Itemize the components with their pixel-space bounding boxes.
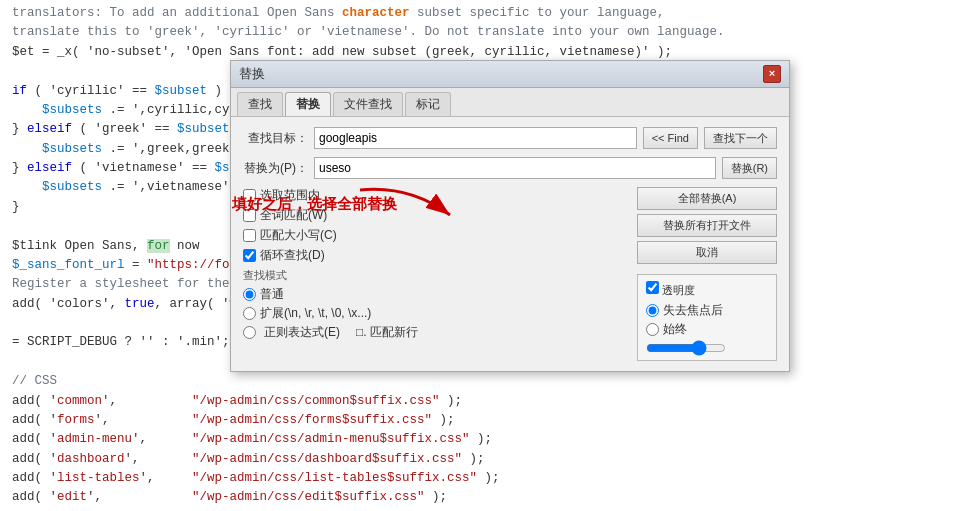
tab-find-in-files[interactable]: 文件查找 — [333, 92, 403, 116]
checkbox-range-label: 选取范围内 — [260, 187, 320, 204]
radio-blur-label: 失去焦点后 — [663, 302, 723, 319]
tab-mark[interactable]: 标记 — [405, 92, 451, 116]
code-line: // CSS — [8, 372, 954, 391]
radio-always-row: 始终 — [646, 321, 768, 338]
tab-find[interactable]: 查找 — [237, 92, 283, 116]
find-label: 查找目标： — [243, 130, 308, 147]
radio-normal[interactable] — [243, 288, 256, 301]
search-mode-label: 查找模式 — [243, 268, 627, 283]
transparency-label: 透明度 — [662, 284, 695, 296]
code-line: add( 'common', "/wp-admin/css/common$suf… — [8, 392, 954, 411]
checkbox-loop-row: 循环查找(D) — [243, 247, 627, 264]
code-line: add( 'forms', "/wp-admin/css/forms$suffi… — [8, 411, 954, 430]
transparency-checkbox[interactable] — [646, 281, 659, 294]
code-line: add( 'list-tables', "/wp-admin/css/list-… — [8, 469, 954, 488]
checkbox-loop-label: 循环查找(D) — [260, 247, 325, 264]
radio-always-label: 始终 — [663, 321, 687, 338]
radio-blur[interactable] — [646, 304, 659, 317]
replace-dialog: 替换 × 查找 替换 文件查找 标记 查找目标： << Find 查找下一个 替… — [230, 60, 790, 372]
replace-row: 替换为(P)： 替换(R) — [243, 157, 777, 179]
find-row: 查找目标： << Find 查找下一个 — [243, 127, 777, 149]
radio-normal-row: 普通 — [243, 286, 627, 303]
dialog-body: 查找目标： << Find 查找下一个 替换为(P)： 替换(R) 选取范围内 — [231, 117, 789, 371]
dialog-title: 替换 — [239, 65, 265, 83]
radio-always[interactable] — [646, 323, 659, 336]
radio-extended[interactable] — [243, 307, 256, 320]
tab-replace[interactable]: 替换 — [285, 92, 331, 116]
code-line: translate this to 'greek', 'cyrillic' or… — [8, 23, 954, 42]
replace-input[interactable] — [314, 157, 716, 179]
transparency-slider[interactable] — [646, 342, 726, 354]
replace-label: 替换为(P)： — [243, 160, 308, 177]
checkbox-whole-word[interactable] — [243, 209, 256, 222]
dialog-left: 选取范围内 全词匹配(W) 匹配大小写(C) 循环查找(D) 查找模式 — [243, 187, 627, 361]
transparency-section: 透明度 失去焦点后 始终 — [637, 274, 777, 361]
radio-blur-row: 失去焦点后 — [646, 302, 768, 319]
dialog-titlebar: 替换 × — [231, 61, 789, 88]
cancel-button[interactable]: 取消 — [637, 241, 777, 264]
slider-row — [646, 342, 768, 354]
checkbox-match-case[interactable] — [243, 229, 256, 242]
find-prev-button[interactable]: << Find — [643, 127, 698, 149]
checkbox-match-case-row: 匹配大小写(C) — [243, 227, 627, 244]
checkbox-whole-word-row: 全词匹配(W) — [243, 207, 627, 224]
radio-regex-row: 正则表达式(E) □. 匹配新行 — [243, 324, 627, 341]
replace-all-open-button[interactable]: 替换所有打开文件 — [637, 214, 777, 237]
code-line: add( 'edit', "/wp-admin/css/edit$suffix.… — [8, 488, 954, 507]
code-line: translators: To add an additional Open S… — [8, 4, 954, 23]
radio-extended-label: 扩展(\n, \r, \t, \0, \x...) — [260, 305, 371, 322]
radio-regex-label: 正则表达式(E) — [264, 324, 340, 341]
dialog-right: 全部替换(A) 替换所有打开文件 取消 透明度 失去焦点后 始终 — [637, 187, 777, 361]
dialog-columns: 选取范围内 全词匹配(W) 匹配大小写(C) 循环查找(D) 查找模式 — [243, 187, 777, 361]
radio-normal-label: 普通 — [260, 286, 284, 303]
checkbox-range-row: 选取范围内 — [243, 187, 627, 204]
replace-button[interactable]: 替换(R) — [722, 157, 777, 179]
checkbox-newline-label: □. 匹配新行 — [356, 324, 418, 341]
replace-all-button[interactable]: 全部替换(A) — [637, 187, 777, 210]
dialog-tabs: 查找 替换 文件查找 标记 — [231, 88, 789, 117]
dialog-close-button[interactable]: × — [763, 65, 781, 83]
checkbox-range[interactable] — [243, 189, 256, 202]
checkbox-whole-word-label: 全词匹配(W) — [260, 207, 327, 224]
radio-extended-row: 扩展(\n, \r, \t, \0, \x...) — [243, 305, 627, 322]
radio-regex[interactable] — [243, 326, 256, 339]
transparency-title: 透明度 — [646, 281, 768, 298]
find-next-button[interactable]: 查找下一个 — [704, 127, 777, 149]
checkbox-loop[interactable] — [243, 249, 256, 262]
find-input[interactable] — [314, 127, 637, 149]
checkbox-match-case-label: 匹配大小写(C) — [260, 227, 337, 244]
code-line: add( 'dashboard', "/wp-admin/css/dashboa… — [8, 450, 954, 469]
code-line: add( 'admin-menu', "/wp-admin/css/admin-… — [8, 430, 954, 449]
